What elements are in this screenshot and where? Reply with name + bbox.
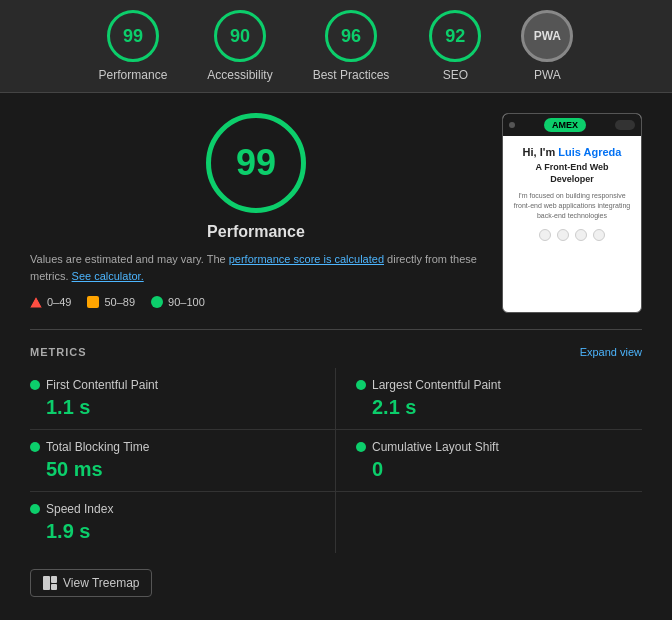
preview-body: I'm focused on building responsive front… bbox=[513, 191, 631, 220]
score-accessibility[interactable]: 90 Accessibility bbox=[207, 10, 272, 82]
calculator-link[interactable]: See calculator. bbox=[72, 270, 144, 282]
divider bbox=[30, 329, 642, 330]
metric-fcp: First Contentful Paint 1.1 s bbox=[30, 368, 336, 430]
metric-si: Speed Index 1.9 s bbox=[30, 492, 336, 553]
accessibility-score: 90 bbox=[230, 26, 250, 47]
best-practices-score: 96 bbox=[341, 26, 361, 47]
seo-circle: 92 bbox=[429, 10, 481, 62]
preview-toggle bbox=[615, 120, 635, 130]
metric-cls-value: 0 bbox=[356, 458, 642, 481]
best-practices-circle: 96 bbox=[325, 10, 377, 62]
metric-si-dot bbox=[30, 504, 40, 514]
metric-cls-name: Cumulative Layout Shift bbox=[356, 440, 642, 454]
left-panel: 99 Performance Values are estimated and … bbox=[30, 113, 482, 308]
metric-fcp-dot bbox=[30, 380, 40, 390]
big-score-label: Performance bbox=[207, 223, 305, 241]
legend-red: 0–49 bbox=[30, 296, 71, 308]
preview-top-bar: AMEX bbox=[503, 114, 641, 136]
pwa-score: PWA bbox=[534, 29, 561, 43]
metric-tbt-dot bbox=[30, 442, 40, 452]
red-indicator bbox=[30, 297, 42, 308]
pwa-circle: PWA bbox=[521, 10, 573, 62]
score-best-practices[interactable]: 96 Best Practices bbox=[313, 10, 390, 82]
preview-greeting: Hi, I'm Luis Agreda bbox=[513, 146, 631, 158]
legend-orange-label: 50–89 bbox=[104, 296, 135, 308]
metric-tbt: Total Blocking Time 50 ms bbox=[30, 430, 336, 492]
performance-score-link[interactable]: performance score is calculated bbox=[229, 253, 384, 265]
orange-indicator bbox=[87, 296, 99, 308]
treemap-btn-label: View Treemap bbox=[63, 576, 139, 590]
big-score-circle: 99 bbox=[206, 113, 306, 213]
accessibility-label: Accessibility bbox=[207, 68, 272, 82]
seo-label: SEO bbox=[443, 68, 468, 82]
preview-icon-1 bbox=[539, 229, 551, 241]
best-practices-label: Best Practices bbox=[313, 68, 390, 82]
metric-cls-dot bbox=[356, 442, 366, 452]
legend-red-label: 0–49 bbox=[47, 296, 71, 308]
score-seo[interactable]: 92 SEO bbox=[429, 10, 481, 82]
view-treemap-button[interactable]: View Treemap bbox=[30, 569, 152, 597]
score-pwa[interactable]: PWA PWA bbox=[521, 10, 573, 82]
pwa-label: PWA bbox=[534, 68, 561, 82]
preview-card: AMEX Hi, I'm Luis Agreda A Front-End Web… bbox=[502, 113, 642, 313]
preview-pill: AMEX bbox=[544, 118, 586, 132]
metric-fcp-name: First Contentful Paint bbox=[30, 378, 315, 392]
metric-cls: Cumulative Layout Shift 0 bbox=[336, 430, 642, 492]
accessibility-circle: 90 bbox=[214, 10, 266, 62]
metric-tbt-value: 50 ms bbox=[30, 458, 315, 481]
main-content: 99 Performance Values are estimated and … bbox=[0, 93, 672, 617]
preview-icon-2 bbox=[557, 229, 569, 241]
metric-si-name: Speed Index bbox=[30, 502, 315, 516]
preview-social-icons bbox=[513, 229, 631, 241]
preview-subtitle: A Front-End Web Developer bbox=[513, 162, 631, 185]
info-text: Values are estimated and may vary. The p… bbox=[30, 251, 482, 284]
legend-green-label: 90–100 bbox=[168, 296, 205, 308]
preview-icon-3 bbox=[575, 229, 587, 241]
expand-view-button[interactable]: Expand view bbox=[580, 346, 642, 358]
performance-label: Performance bbox=[99, 68, 168, 82]
performance-score: 99 bbox=[123, 26, 143, 47]
preview-content: Hi, I'm Luis Agreda A Front-End Web Deve… bbox=[503, 136, 641, 251]
legend-green: 90–100 bbox=[151, 296, 205, 308]
metrics-grid: First Contentful Paint 1.1 s Largest Con… bbox=[30, 368, 642, 553]
metric-lcp-value: 2.1 s bbox=[356, 396, 642, 419]
big-score-value: 99 bbox=[236, 142, 276, 184]
metric-empty bbox=[336, 492, 642, 553]
legend-orange: 50–89 bbox=[87, 296, 135, 308]
metrics-header: METRICS Expand view bbox=[30, 346, 642, 358]
metric-fcp-value: 1.1 s bbox=[30, 396, 315, 419]
metric-tbt-name: Total Blocking Time bbox=[30, 440, 315, 454]
metric-lcp-name: Largest Contentful Paint bbox=[356, 378, 642, 392]
preview-nav-dot bbox=[509, 122, 515, 128]
top-bar: 99 Performance 90 Accessibility 96 Best … bbox=[0, 0, 672, 93]
metric-lcp-dot bbox=[356, 380, 366, 390]
big-score-section: 99 Performance bbox=[30, 113, 482, 241]
metrics-title: METRICS bbox=[30, 346, 87, 358]
treemap-icon bbox=[43, 576, 57, 590]
metric-si-value: 1.9 s bbox=[30, 520, 315, 543]
score-performance[interactable]: 99 Performance bbox=[99, 10, 168, 82]
content-area: 99 Performance Values are estimated and … bbox=[30, 113, 642, 313]
green-indicator bbox=[151, 296, 163, 308]
metric-lcp: Largest Contentful Paint 2.1 s bbox=[336, 368, 642, 430]
performance-circle: 99 bbox=[107, 10, 159, 62]
legend: 0–49 50–89 90–100 bbox=[30, 296, 482, 308]
preview-icon-4 bbox=[593, 229, 605, 241]
seo-score: 92 bbox=[445, 26, 465, 47]
